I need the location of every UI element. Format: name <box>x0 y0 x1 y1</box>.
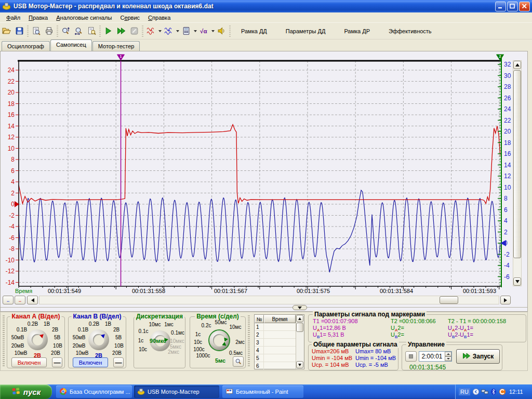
menu-item-2[interactable]: Аналоговые сигналы <box>52 14 116 22</box>
updater-tray-icon[interactable] <box>499 388 506 395</box>
menu-item-3[interactable]: Сервис <box>116 14 144 22</box>
table-scroll-down[interactable] <box>296 361 303 368</box>
taskbar-task-0[interactable]: База Осциллограмм ... <box>56 385 132 398</box>
horizontal-scrollbar[interactable] <box>39 296 499 304</box>
knob-option[interactable]: 10В <box>53 343 62 349</box>
tab-1[interactable]: Самописец <box>50 39 92 51</box>
knob-option[interactable]: 1с <box>138 338 144 343</box>
print-icon[interactable] <box>43 24 56 37</box>
tab-2[interactable]: Мотор-тестер <box>92 41 140 51</box>
table-row[interactable] <box>264 347 296 354</box>
table-header-0[interactable]: № <box>255 315 264 323</box>
knob-option[interactable]: 10с <box>194 339 202 345</box>
duration-spinner[interactable]: 2:00:01 <box>419 351 452 362</box>
marker2-goto-button[interactable]: .. <box>15 296 25 304</box>
knob-option[interactable]: 0.1мс <box>171 330 184 336</box>
open-icon[interactable] <box>0 24 13 37</box>
sound-icon[interactable] <box>215 24 228 37</box>
panel-a-minus-button[interactable]: — <box>52 357 62 367</box>
zoom-horizontal-icon[interactable] <box>72 24 85 37</box>
knob-option[interactable]: 10мВ <box>15 350 28 356</box>
minimize-button[interactable] <box>495 2 506 11</box>
knob-option[interactable]: 0.1с <box>139 328 149 334</box>
toolbar-button-рамка-дд[interactable]: Рамка ДД <box>235 26 273 36</box>
horizontal-scroll-thumb[interactable] <box>440 296 458 304</box>
knob-option[interactable]: 2В <box>113 327 119 332</box>
formula-icon[interactable]: √α <box>197 24 210 37</box>
start-button[interactable]: пуск <box>0 384 52 399</box>
table-scroll-up[interactable] <box>296 315 303 322</box>
table-row[interactable] <box>264 362 296 370</box>
knob-option[interactable]: 2мс <box>235 339 244 345</box>
knob-option[interactable]: 20мВ <box>11 343 24 349</box>
knob-option[interactable]: 10мс <box>149 322 161 327</box>
vertical-scroll-thumb[interactable] <box>513 70 521 258</box>
bluetooth-tray-icon[interactable] <box>490 388 497 395</box>
spinner-up-button[interactable] <box>445 352 451 356</box>
signal-blue-dropdown[interactable] <box>175 24 180 37</box>
knob-option[interactable]: 1В <box>44 321 50 327</box>
knob-option[interactable]: 10мкс <box>170 338 184 344</box>
knob-option[interactable]: 1000с <box>196 353 210 358</box>
menu-item-1[interactable]: Правка <box>24 14 52 22</box>
table-scroll-thumb[interactable] <box>296 323 303 332</box>
maximize-button[interactable] <box>507 2 518 11</box>
knob-option[interactable]: 20В <box>112 350 122 356</box>
close-button[interactable] <box>519 2 530 11</box>
taskbar-task-2[interactable]: Безымянный - Paint <box>222 385 303 398</box>
toolbar-button-параметры-дд[interactable]: Параметры ДД <box>280 26 332 36</box>
knob-option[interactable]: 10мВ <box>76 350 89 356</box>
collapse-tray-icon[interactable] <box>472 388 480 395</box>
timebase-zoom-button[interactable] <box>233 356 244 367</box>
stop-button[interactable] <box>405 351 417 362</box>
collapse-panel-button[interactable] <box>292 305 307 310</box>
scroll-left-button[interactable] <box>27 296 38 304</box>
knob-option[interactable]: 50мВ <box>11 335 24 340</box>
signal-red-icon[interactable]: + <box>144 24 157 37</box>
marker1-goto-button[interactable]: .. <box>3 296 14 304</box>
knob-option[interactable]: 50мс <box>215 320 227 325</box>
knob-option[interactable]: 0.1В <box>78 327 89 332</box>
knob-option[interactable]: 0.2В <box>89 321 100 327</box>
knob-option[interactable]: 2мкс <box>168 349 179 355</box>
save-icon[interactable] <box>13 24 26 37</box>
oscillogram-chart[interactable]: 242220181614121086420-2-4-6-8-10-12-1432… <box>1 51 527 296</box>
taskbar-task-1[interactable]: USB Мотор-Мастер <box>134 385 219 398</box>
knob-option[interactable]: 5В <box>54 335 60 340</box>
scroll-down-button[interactable] <box>513 277 521 286</box>
knob-option[interactable]: 10мс <box>230 324 242 330</box>
gripper[interactable] <box>248 315 250 367</box>
knob-option[interactable]: 20мВ <box>73 343 86 349</box>
signal-red-dropdown[interactable] <box>157 24 162 37</box>
network-tray-icon[interactable] <box>481 388 488 395</box>
spinner-down-button[interactable] <box>445 356 451 361</box>
knob-option[interactable]: 5В <box>115 335 122 340</box>
knob-option[interactable]: 0.5мс <box>229 350 243 356</box>
language-indicator[interactable]: RU <box>459 388 470 395</box>
knob-option[interactable]: 0.1В <box>17 327 28 332</box>
vertical-scrollbar[interactable] <box>513 60 522 286</box>
menu-item-0[interactable]: Файл <box>2 14 24 22</box>
table-row[interactable] <box>264 331 296 339</box>
scroll-up-button[interactable] <box>513 61 521 69</box>
panel-b-enable-button[interactable]: Включен <box>73 357 108 367</box>
table-row[interactable] <box>264 323 296 331</box>
knob-option[interactable]: 10с <box>139 347 147 352</box>
toolbar-button-рамка-др[interactable]: Рамка ДР <box>338 26 376 36</box>
panel-b-minus-button[interactable]: — <box>113 357 124 367</box>
scroll-right-button[interactable] <box>500 296 511 304</box>
zoom-vertical-icon[interactable] <box>59 24 72 37</box>
play-fast-icon[interactable] <box>115 24 128 37</box>
signal-blue-icon[interactable]: + <box>162 24 175 37</box>
knob-option[interactable]: 10В <box>114 343 124 349</box>
panel-a-enable-button[interactable]: Включен <box>11 357 47 367</box>
knob-option[interactable]: 20В <box>51 350 60 356</box>
edit-disabled-icon[interactable] <box>128 24 141 37</box>
play-icon[interactable] <box>102 24 115 37</box>
gripper[interactable] <box>3 315 5 367</box>
knob-option[interactable]: 50мВ <box>73 335 86 340</box>
events-table[interactable]: №Время123456 <box>254 314 304 369</box>
knob-option[interactable]: 1с <box>195 331 201 337</box>
menu-item-4[interactable]: Справка <box>144 14 175 22</box>
knob-option[interactable]: 2В <box>52 327 58 332</box>
